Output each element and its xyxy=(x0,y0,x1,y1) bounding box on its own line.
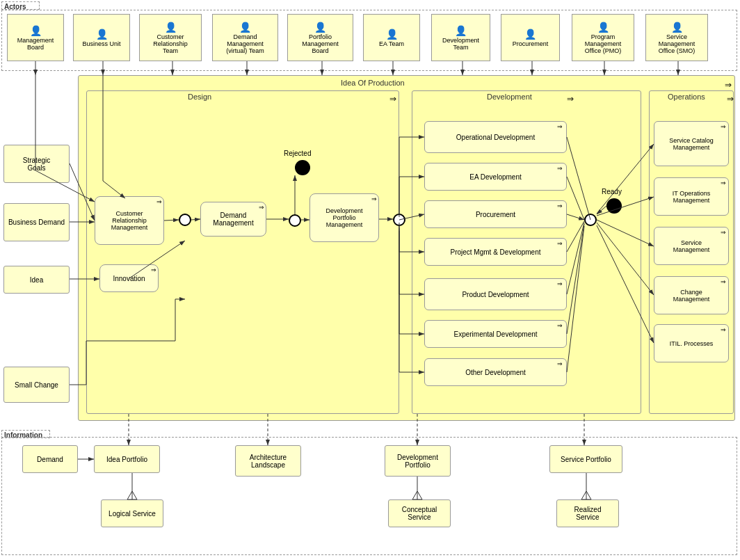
actor-icon: 👤 xyxy=(239,22,251,33)
actor-icon: 👤 xyxy=(455,25,467,36)
actor-icon: 👤 xyxy=(597,22,609,33)
actor-label: DevelopmentTeam xyxy=(442,37,479,51)
design-arrow: ⇒ xyxy=(389,94,396,104)
actor-label: EA Team xyxy=(379,40,404,47)
actor-management-board: 👤 ManagementBoard xyxy=(7,14,64,61)
operations-label: Operations xyxy=(668,93,705,101)
info-logical-service: Logical Service xyxy=(101,499,163,527)
actor-smo: 👤 ServiceManagementOffice (SMO) xyxy=(645,14,708,61)
development-arrow: ⇒ xyxy=(567,94,574,104)
flow-circle-1 xyxy=(179,214,191,226)
operations-arrow: ⇒ xyxy=(727,94,734,104)
input-small-change: Small Change xyxy=(3,367,70,403)
diagram-container: Actors 👤 ManagementBoard 👤 Business Unit… xyxy=(0,0,740,560)
input-idea: Idea xyxy=(3,266,70,294)
development-label: Development xyxy=(487,93,532,101)
info-service-portfolio: Service Portfolio xyxy=(549,445,622,473)
actor-business-unit: 👤 Business Unit xyxy=(73,14,130,61)
flow-circle-3 xyxy=(393,214,405,226)
actor-icon: 👤 xyxy=(30,25,42,36)
actor-icon: 👤 xyxy=(386,29,398,40)
info-realized-service: RealizedService xyxy=(556,499,619,527)
actor-label: DemandManagement(virtual) Team xyxy=(226,33,264,54)
actor-pmo: 👤 ProgramManagementOffice (PMO) xyxy=(572,14,634,61)
actor-label: CustomerRelationshipTeam xyxy=(153,33,188,54)
flow-circle-2 xyxy=(289,214,301,227)
actor-label: PortfolioManagementBoard xyxy=(302,33,339,54)
process-procurement: Procurement ⇒ xyxy=(424,200,567,228)
process-demand-mgmt: DemandManagement ⇒ xyxy=(200,202,266,237)
rejected-node xyxy=(295,160,310,175)
input-strategic-goals: Strategic Goals xyxy=(3,145,70,183)
info-arch-landscape: ArchitectureLandscape xyxy=(235,445,301,477)
ready-label: Ready xyxy=(602,188,622,195)
process-proj-mgmt: Project Mgmt & Development ⇒ xyxy=(424,238,567,266)
process-exp-dev: Experimental Development ⇒ xyxy=(424,320,567,348)
actor-label: Procurement xyxy=(513,40,549,47)
process-prod-dev: Product Development ⇒ xyxy=(424,278,567,310)
actor-icon: 👤 xyxy=(96,29,108,40)
process-itil: ITIL. Processes ⇒ xyxy=(654,324,729,362)
actor-icon: 👤 xyxy=(671,22,683,33)
actor-procurement: 👤 Procurement xyxy=(501,14,560,61)
actor-label: ManagementBoard xyxy=(17,37,54,51)
swimlane-arrow: ⇒ xyxy=(725,80,732,90)
process-ea-dev: EA Development ⇒ xyxy=(424,163,567,191)
process-innovation: Innovation ⇒ xyxy=(99,264,159,292)
actor-icon: 👤 xyxy=(165,22,177,33)
actor-dev-team: 👤 DevelopmentTeam xyxy=(431,14,490,61)
input-business-demand: Business Demand xyxy=(3,203,70,241)
ready-node xyxy=(606,198,622,214)
actor-ea-team: 👤 EA Team xyxy=(363,14,420,61)
swimlane-design xyxy=(86,90,399,414)
actor-label: ServiceManagementOffice (SMO) xyxy=(659,33,695,54)
process-op-dev: Operational Development ⇒ xyxy=(424,121,567,153)
process-service-mgmt: ServiceManagement ⇒ xyxy=(654,227,729,265)
process-change-mgmt: ChangeManagement ⇒ xyxy=(654,276,729,314)
actor-label: Business Unit xyxy=(82,40,120,47)
flow-circle-4 xyxy=(584,214,597,226)
info-conceptual-service: ConceptualService xyxy=(388,499,451,527)
process-service-catalog: Service CatalogManagement ⇒ xyxy=(654,121,729,166)
actors-section-label: Actors xyxy=(1,1,40,10)
process-it-ops: IT OperationsManagement ⇒ xyxy=(654,177,729,216)
process-other-dev: Other Development ⇒ xyxy=(424,358,567,386)
actor-portfolio-board: 👤 PortfolioManagementBoard xyxy=(287,14,353,61)
design-label: Design xyxy=(188,93,211,101)
idea-of-production-label: Idea Of Production xyxy=(341,79,405,87)
actor-crm-team: 👤 CustomerRelationshipTeam xyxy=(139,14,202,61)
process-crm: CustomerRelationshipManagement ⇒ xyxy=(95,196,164,245)
actor-demand-mgmt-team: 👤 DemandManagement(virtual) Team xyxy=(212,14,278,61)
process-dev-portfolio-mgmt: DevelopmentPortfolioManagement ⇒ xyxy=(309,193,379,242)
info-demand: Demand xyxy=(22,445,78,473)
actor-icon: 👤 xyxy=(314,22,326,33)
info-idea-portfolio: Idea Portfolio xyxy=(94,445,160,473)
actor-icon: 👤 xyxy=(524,29,536,40)
rejected-label: Rejected xyxy=(284,150,311,157)
actor-label: ProgramManagementOffice (PMO) xyxy=(585,33,622,54)
info-dev-portfolio: DevelopmentPortfolio xyxy=(385,445,451,477)
